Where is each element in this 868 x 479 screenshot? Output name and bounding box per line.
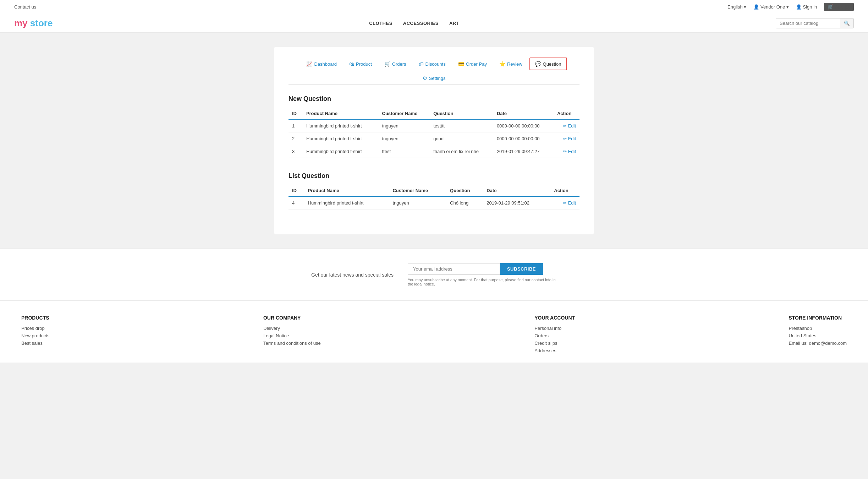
edit-link[interactable]: ✏ Edit xyxy=(554,200,576,206)
logo-store: store xyxy=(28,18,53,28)
language-label: English xyxy=(727,4,743,10)
col-product-name: Product Name xyxy=(303,108,379,119)
tab-product[interactable]: 🛍 Product xyxy=(344,58,377,70)
question-icon: 💬 xyxy=(535,61,541,67)
newsletter-email-input[interactable] xyxy=(408,263,500,275)
logo[interactable]: my store xyxy=(14,18,53,29)
edit-link[interactable]: ✏ Edit xyxy=(557,149,576,154)
cell-action: ✏ Edit xyxy=(554,119,579,132)
cell-action: ✏ Edit xyxy=(554,132,579,145)
cell-customer: tnguyen xyxy=(389,196,446,209)
footer-personal-info[interactable]: Personal info xyxy=(534,326,575,331)
newsletter-text: Get our latest news and special sales xyxy=(311,272,394,278)
col-action: Action xyxy=(554,108,579,119)
cell-question: Chó long xyxy=(446,196,483,209)
cart-label: Cart (0) xyxy=(835,4,850,10)
tab-review-label: Review xyxy=(507,61,522,67)
search-button[interactable]: 🔍 xyxy=(840,18,853,28)
footer-store-email: Email us: demo@demo.com xyxy=(789,341,846,346)
signin-link[interactable]: 👤 Sign in xyxy=(796,4,817,10)
search-input[interactable] xyxy=(776,18,840,28)
header: my store CLOTHES ACCESSORIES ART 🔍 xyxy=(0,14,868,33)
tab-orders[interactable]: 🛒 Orders xyxy=(379,58,412,70)
cell-date: 0000-00-00 00:00:00 xyxy=(493,119,554,132)
table-row: 1 Hummingbird printed t-shirt tnguyen te… xyxy=(289,119,579,132)
nav-menu: CLOTHES ACCESSORIES ART xyxy=(369,21,459,26)
footer-account-title: YOUR ACCOUNT xyxy=(534,315,575,321)
new-question-title: New Question xyxy=(289,95,579,103)
user-icon: 👤 xyxy=(796,4,802,10)
list-question-tbody: 4 Hummingbird printed t-shirt tnguyen Ch… xyxy=(289,196,579,209)
footer-prices-drop[interactable]: Prices drop xyxy=(21,326,49,331)
new-question-thead: ID Product Name Customer Name Question D… xyxy=(289,108,579,119)
lq-col-product-name: Product Name xyxy=(304,185,389,196)
new-question-section: New Question ID Product Name Customer Na… xyxy=(289,95,579,158)
top-bar-right: English ▾ 👤 Vendor One ▾ 👤 Sign in 🛒 Car… xyxy=(727,3,854,11)
tab-question-label: Question xyxy=(543,61,561,67)
table-row: 3 Hummingbird printed t-shirt ttest than… xyxy=(289,145,579,158)
edit-link[interactable]: ✏ Edit xyxy=(557,136,576,141)
new-question-table: ID Product Name Customer Name Question D… xyxy=(289,108,579,158)
newsletter-section: Get our latest news and special sales SU… xyxy=(0,249,868,300)
cell-id: 3 xyxy=(289,145,303,158)
unsubscribe-note: You may unsubscribe at any moment. For t… xyxy=(408,278,557,286)
list-question-section: List Question ID Product Name Customer N… xyxy=(289,172,579,209)
cell-customer: tnguyen xyxy=(379,119,430,132)
cell-action: ✏ Edit xyxy=(550,196,579,209)
footer-credit-slips[interactable]: Credit slips xyxy=(534,341,575,346)
col-question: Question xyxy=(430,108,493,119)
nav-art[interactable]: ART xyxy=(449,21,459,26)
search-box: 🔍 xyxy=(776,18,854,28)
list-question-title: List Question xyxy=(289,172,579,180)
settings-icon: ⚙ xyxy=(423,75,427,81)
footer-best-sales[interactable]: Best sales xyxy=(21,341,49,346)
footer-company-title: OUR COMPANY xyxy=(263,315,321,321)
tab-discounts[interactable]: 🏷 Discounts xyxy=(413,58,451,70)
col-customer-name: Customer Name xyxy=(379,108,430,119)
tab-orderpay[interactable]: 💳 Order Pay xyxy=(453,58,492,70)
discounts-icon: 🏷 xyxy=(419,61,424,67)
table-row: 2 Hummingbird printed t-shirt tnguyen go… xyxy=(289,132,579,145)
tab-dashboard-label: Dashboard xyxy=(314,61,337,67)
logo-my: my xyxy=(14,18,28,28)
footer-addresses[interactable]: Addresses xyxy=(534,348,575,353)
footer-new-products[interactable]: New products xyxy=(21,333,49,338)
tab-review[interactable]: ⭐ Review xyxy=(494,58,528,70)
contact-us-link[interactable]: Contact us xyxy=(14,4,36,10)
lq-col-id: ID xyxy=(289,185,304,196)
page-body: 📈 Dashboard 🛍 Product 🛒 Orders 🏷 Discoun… xyxy=(0,33,868,249)
dashboard-icon: 📈 xyxy=(306,61,312,67)
edit-link[interactable]: ✏ Edit xyxy=(557,123,576,129)
tab-settings[interactable]: ⚙ Settings xyxy=(417,72,451,84)
language-selector[interactable]: English ▾ xyxy=(727,4,746,10)
nav-accessories[interactable]: ACCESSORIES xyxy=(403,21,439,26)
tab-dashboard[interactable]: 📈 Dashboard xyxy=(301,58,342,70)
cell-question: good xyxy=(430,132,493,145)
tab-settings-label: Settings xyxy=(429,76,446,81)
footer-products-title: PRODUCTS xyxy=(21,315,49,321)
footer-legal-notice[interactable]: Legal Notice xyxy=(263,333,321,338)
vendor-tabs: 📈 Dashboard 🛍 Product 🛒 Orders 🏷 Discoun… xyxy=(289,58,579,85)
product-icon: 🛍 xyxy=(349,61,354,67)
subscribe-button[interactable]: SUBSCRIBE xyxy=(500,263,543,275)
signin-label: Sign in xyxy=(803,4,817,10)
cart-button[interactable]: 🛒 Cart (0) xyxy=(824,3,854,11)
nav-clothes[interactable]: CLOTHES xyxy=(369,21,392,26)
lq-col-action: Action xyxy=(550,185,579,196)
cell-date: 2019-01-29 09:47:27 xyxy=(493,145,554,158)
footer-orders[interactable]: Orders xyxy=(534,333,575,338)
vendor-label: Vendor One xyxy=(760,4,785,10)
top-bar: Contact us English ▾ 👤 Vendor One ▾ 👤 Si… xyxy=(0,0,868,14)
contact-text[interactable]: Contact us xyxy=(14,4,36,10)
footer-terms[interactable]: Terms and conditions of use xyxy=(263,341,321,346)
lq-col-date: Date xyxy=(483,185,550,196)
footer-company: OUR COMPANY Delivery Legal Notice Terms … xyxy=(263,315,321,355)
cell-question: testttt xyxy=(430,119,493,132)
cell-customer: tnguyen xyxy=(379,132,430,145)
cell-id: 4 xyxy=(289,196,304,209)
tab-question[interactable]: 💬 Question xyxy=(529,58,567,70)
list-question-table: ID Product Name Customer Name Question D… xyxy=(289,185,579,209)
col-id: ID xyxy=(289,108,303,119)
footer-delivery[interactable]: Delivery xyxy=(263,326,321,331)
vendor-selector[interactable]: 👤 Vendor One ▾ xyxy=(753,4,789,10)
